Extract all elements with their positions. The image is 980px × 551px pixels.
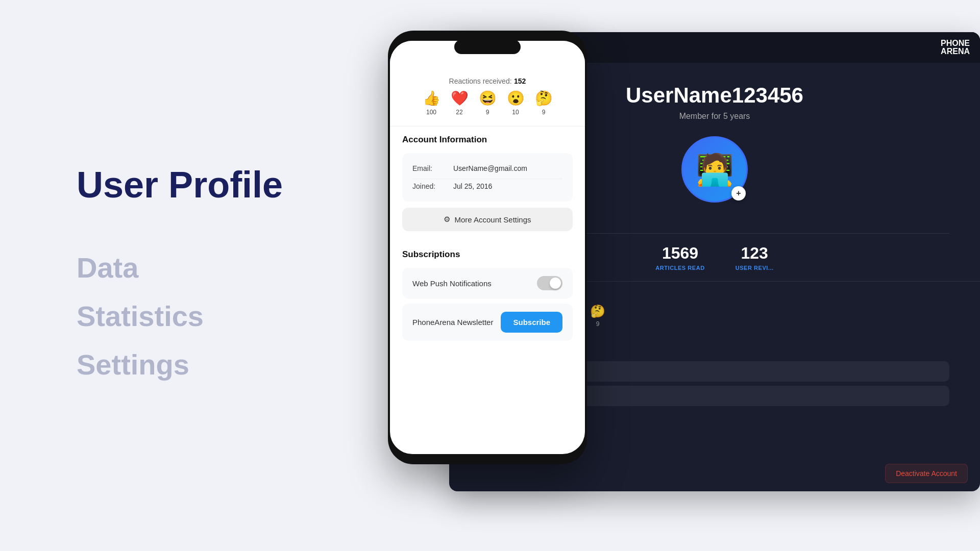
joined-value: Jul 25, 2016 (453, 182, 492, 190)
phone-reaction-thinking: 🤔 9 (535, 90, 553, 116)
phone-reaction-laugh: 😆 9 (479, 90, 497, 116)
sidebar-item-settings[interactable]: Settings (77, 343, 327, 386)
subscriptions-title: Subscriptions (402, 249, 573, 260)
phone-reactions-row: 👍 100 ❤️ 22 😆 9 😮 10 (402, 90, 573, 116)
more-settings-button[interactable]: ⚙ More Account Settings (402, 208, 573, 231)
sidebar-item-statistics[interactable]: Statistics (77, 294, 327, 338)
phone-content: Reactions received: 152 👍 100 ❤️ 22 😆 9 (390, 66, 585, 454)
email-value: UserName@gmail.com (453, 164, 527, 172)
phone-subscriptions-section: Subscriptions Web Push Notifications Pho… (390, 241, 585, 356)
web-push-row: Web Push Notifications (402, 268, 573, 298)
email-label: Email: (412, 164, 453, 172)
avatar-container: 🧑‍💻 + (681, 136, 748, 203)
phone-screen: Reactions received: 152 👍 100 ❤️ 22 😆 9 (390, 41, 585, 454)
avatar-add-button[interactable]: + (731, 186, 746, 201)
site-logo: PHONE ARENA (941, 39, 970, 56)
newsletter-label: PhoneArena Newsletter (412, 318, 493, 327)
phone-notch (454, 40, 521, 54)
sidebar-item-data[interactable]: Data (77, 246, 327, 289)
joined-row: Joined: Jul 25, 2016 (412, 179, 562, 193)
gear-icon: ⚙ (444, 215, 450, 224)
phone-account-section: Account Information Email: UserName@gmai… (390, 126, 585, 241)
phone-reactions-header: Reactions received: 152 (402, 77, 573, 86)
account-info-card: Email: UserName@gmail.com Joined: Jul 25… (402, 153, 573, 202)
web-push-toggle[interactable] (537, 276, 562, 290)
stat-articles-read: 1569 ARTICLES READ (655, 244, 704, 271)
phone-reaction-wow: 😮 10 (507, 90, 525, 116)
phone-mockup: Reactions received: 152 👍 100 ❤️ 22 😆 9 (388, 31, 587, 464)
phone-reaction-thumbsup: 👍 100 (423, 90, 440, 116)
stat-user-reviews: 123 USER REVI... (736, 244, 774, 271)
phone-reactions-section: Reactions received: 152 👍 100 ❤️ 22 😆 9 (390, 66, 585, 126)
page-title: User Profile (77, 165, 327, 205)
deactivate-account-button[interactable]: Deactivate Account (885, 464, 968, 483)
web-push-label: Web Push Notifications (412, 279, 492, 288)
left-panel: User Profile Data Statistics Settings (36, 0, 368, 551)
desktop-reaction-thinking: 🤔 9 (590, 304, 605, 328)
deactivate-area: Deactivate Account (873, 456, 980, 491)
account-section-title: Account Information (402, 135, 573, 145)
phone-reaction-heart: ❤️ 22 (451, 90, 469, 116)
avatar-person-icon: 🧑‍💻 (696, 152, 734, 188)
newsletter-row: PhoneArena Newsletter Subscribe (402, 304, 573, 341)
nav-menu: Data Statistics Settings (77, 246, 327, 386)
joined-label: Joined: (412, 182, 453, 190)
subscribe-button[interactable]: Subscribe (501, 312, 562, 333)
toggle-knob (550, 278, 561, 289)
email-row: Email: UserName@gmail.com (412, 161, 562, 176)
